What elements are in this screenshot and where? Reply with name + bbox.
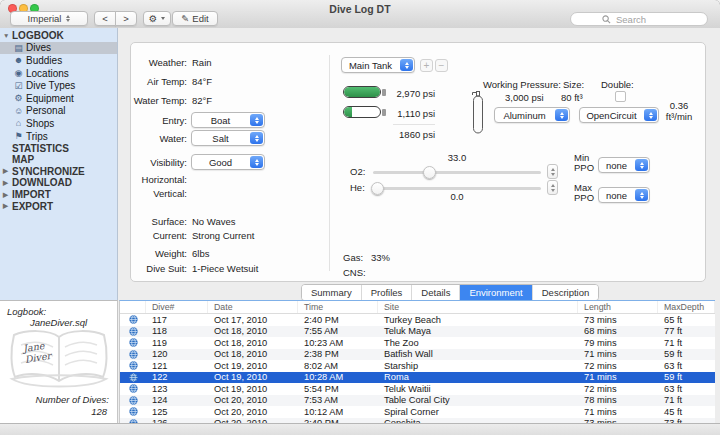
he-slider-track[interactable] [373, 187, 541, 190]
tab-description[interactable]: Description [533, 285, 599, 300]
shops-icon: ⌂ [12, 118, 25, 128]
sidebar-item-label: Dive Types [26, 80, 75, 91]
sidebar-item-export[interactable]: ▶EXPORT [0, 200, 117, 212]
cell-max_depth: 71 ft [658, 395, 715, 405]
table-row[interactable]: 124Oct 20, 20107:53 AMTable Coral City78… [120, 395, 715, 407]
water-select[interactable]: Salt [191, 130, 265, 146]
working-pressure-value: 3,000 psi [505, 92, 544, 103]
sidebar-item-dives[interactable]: ▤Dives [0, 42, 117, 55]
visibility-select[interactable]: Good [191, 154, 265, 170]
sidebar-item-synchronize[interactable]: ▶SYNCHRONIZE [0, 166, 117, 178]
cell-date: Oct 20, 2010 [208, 407, 298, 417]
min-ppo-select[interactable]: none [598, 157, 650, 173]
sidebar-item-locations[interactable]: ◉Locations [0, 67, 117, 80]
table-row[interactable]: 125Oct 20, 201010:12 AMSpiral Corner71 m… [120, 406, 715, 418]
cell-length: 68 mins [578, 326, 658, 336]
col-time[interactable]: Time [298, 301, 378, 313]
popup-arrows-icon [555, 109, 568, 121]
table-row[interactable]: 123Oct 19, 20105:54 PMTeluk Waitii72 min… [120, 383, 715, 395]
search-field[interactable] [570, 12, 708, 26]
tab-details[interactable]: Details [412, 285, 460, 300]
material-select[interactable]: Aluminum [494, 107, 570, 123]
sidebar-item-import[interactable]: ▶IMPORT [0, 189, 117, 201]
sidebar-item-label: MAP [12, 154, 34, 165]
disclosure-triangle-icon[interactable]: ▶ [3, 167, 12, 175]
cell-dive: 120 [146, 349, 208, 359]
units-select[interactable]: Imperial [10, 11, 88, 26]
back-button[interactable]: < [94, 11, 116, 26]
sidebar-item-label: IMPORT [12, 189, 51, 200]
o2-stepper[interactable] [547, 164, 558, 179]
add-tank-button[interactable]: + [420, 59, 433, 72]
he-stepper[interactable] [547, 180, 558, 195]
tab-profiles[interactable]: Profiles [362, 285, 413, 300]
remove-tank-button[interactable]: − [435, 59, 448, 72]
globe-icon [129, 384, 138, 393]
cell-dive: 122 [146, 372, 208, 382]
units-value: Imperial [28, 13, 62, 24]
tab-environment[interactable]: Environment [460, 285, 532, 300]
edit-label: Edit [192, 13, 208, 24]
search-input[interactable] [614, 13, 676, 26]
col-maxdepth[interactable]: MaxDepth [658, 301, 715, 313]
cell-date: Oct 18, 2010 [208, 349, 298, 359]
gas-value: 33% [371, 252, 390, 263]
sidebar-item-statistics[interactable]: STATISTICS [0, 142, 117, 154]
col-dive[interactable]: Dive# [146, 301, 208, 313]
cell-time: 10:12 AM [298, 407, 378, 417]
entry-field: Entry: Boat [131, 112, 331, 128]
cell-time: 5:54 PM [298, 384, 378, 394]
he-value: 0.0 [373, 191, 541, 202]
cell-site: Batfish Wall [378, 349, 578, 359]
sidebar-item-equipment[interactable]: ⚙Equipment [0, 92, 117, 105]
sidebar-item-label: STATISTICS [12, 143, 69, 154]
max-ppo-select[interactable]: none [598, 187, 650, 203]
min-ppo-label: Min PPO [574, 153, 596, 172]
col-site[interactable]: Site [378, 301, 578, 313]
sidebar-item-dive-types[interactable]: ☑Dive Types [0, 79, 117, 92]
popup-arrows-icon [250, 132, 263, 144]
cell-site: Turkey Beach [378, 315, 578, 325]
disclosure-triangle-icon[interactable]: ▶ [3, 179, 12, 187]
table-row[interactable]: 122Oct 19, 201010:28 AMRoma71 mins59 ft [120, 372, 715, 384]
chevron-down-icon [161, 17, 165, 20]
o2-slider-thumb[interactable] [423, 166, 436, 179]
pencil-icon: ✎ [181, 13, 189, 24]
locations-icon: ◉ [12, 68, 25, 78]
end-pressure-gauge [343, 106, 386, 118]
col-date[interactable]: Date [208, 301, 298, 313]
table-row[interactable]: 120Oct 18, 20102:38 PMBatfish Wall71 min… [120, 349, 715, 361]
forward-button[interactable]: > [115, 11, 137, 26]
table-row[interactable]: 119Oct 18, 201010:23 AMThe Zoo79 mins71 … [120, 337, 715, 349]
pressure-divider [393, 124, 435, 125]
table-row[interactable]: 121Oct 19, 20108:02 AMStarship72 mins63 … [120, 360, 715, 372]
sidebar-item-shops[interactable]: ⌂Shops [0, 117, 117, 130]
cell-site: Spiral Corner [378, 407, 578, 417]
disclosure-triangle-icon[interactable]: ▶ [3, 202, 12, 210]
sidebar-item-download[interactable]: ▶DOWNLOAD [0, 177, 117, 189]
sidebar-item-map[interactable]: MAP [0, 154, 117, 166]
disclosure-triangle-icon[interactable]: ▼ [3, 32, 12, 39]
double-checkbox[interactable] [615, 91, 626, 102]
tab-summary[interactable]: Summary [302, 285, 362, 300]
table-row[interactable]: 117Oct 17, 20102:40 PMTurkey Beach73 min… [120, 314, 715, 326]
table-row[interactable]: 118Oct 18, 20107:55 AMTeluk Maya68 mins7… [120, 326, 715, 338]
o2-slider-track[interactable] [373, 171, 541, 174]
sidebar-item-trips[interactable]: ⚑Trips [0, 130, 117, 143]
cell-dive: 124 [146, 395, 208, 405]
col-length[interactable]: Length [578, 301, 658, 313]
sidebar-item-buddies[interactable]: ☻Buddies [0, 54, 117, 67]
logbook-label: Logbook: [7, 306, 46, 317]
dives-icon: ▤ [12, 43, 25, 53]
edit-button[interactable]: ✎ Edit [172, 11, 218, 26]
action-menu-button[interactable]: ⚙ [143, 11, 171, 26]
water-temp-field: Water Temp: 82°F [131, 94, 331, 110]
used-pressure-value: 1860 psi [389, 129, 435, 140]
circuit-select[interactable]: OpenCircuit [579, 107, 659, 123]
globe-icon [129, 350, 138, 359]
entry-select[interactable]: Boat [191, 112, 265, 128]
disclosure-triangle-icon[interactable]: ▶ [3, 191, 12, 199]
sidebar-item-logbook[interactable]: ▼LOGBOOK [0, 30, 117, 42]
tank-select[interactable]: Main Tank [341, 57, 415, 73]
sidebar-item-personal[interactable]: ☺Personal [0, 105, 117, 118]
